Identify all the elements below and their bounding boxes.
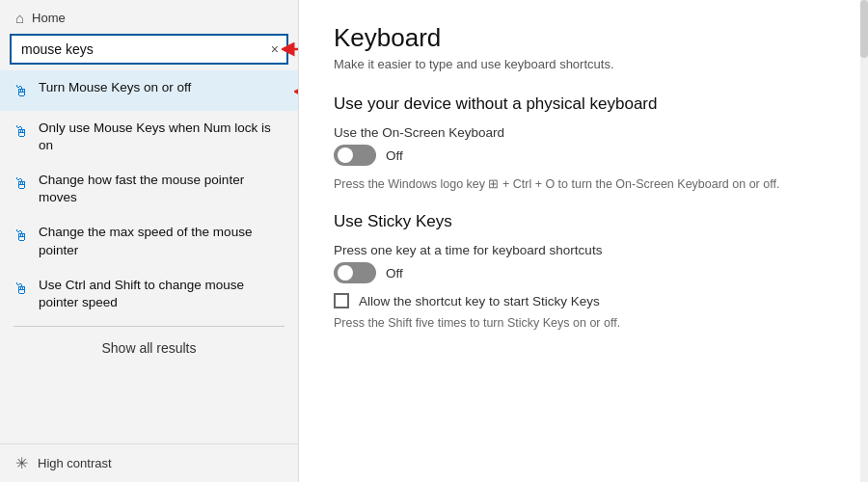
mouse-keys-icon-3: 🖱 (14, 174, 29, 195)
sticky-keys-checkbox-label: Allow the shortcut key to start Sticky K… (359, 294, 600, 308)
result-text-4: Change the max speed of the mouse pointe… (39, 224, 285, 258)
search-clear-button[interactable]: × (267, 41, 283, 57)
sticky-toggle-thumb (338, 265, 353, 281)
sticky-keys-toggle[interactable] (334, 262, 376, 283)
search-wrapper: × 1 (10, 34, 288, 65)
result-text-3: Change how fast the mouse pointer moves (39, 172, 285, 206)
sidebar-footer-label: High contrast (38, 456, 112, 470)
result-item-turn-mouse-keys[interactable]: 🖱 Turn Mouse Keys on or off 2 (0, 70, 298, 111)
result-text-1: Turn Mouse Keys on or off (39, 79, 285, 96)
result-item-ctrl-shift[interactable]: 🖱 Use Ctrl and Shift to change mouse poi… (0, 268, 298, 320)
result-list: 🖱 Turn Mouse Keys on or off 2 🖱 Only use… (0, 70, 298, 443)
sticky-keys-hint: Press the Shift five times to turn Stick… (334, 314, 833, 332)
home-icon: ⌂ (15, 10, 24, 26)
sidebar-home-label: Home (32, 11, 66, 25)
sidebar: ⌂ Home × 1 🖱 Turn Mouse Keys on o (0, 0, 299, 482)
on-screen-keyboard-toggle-row: Off (334, 145, 833, 166)
mouse-keys-icon-1: 🖱 (14, 81, 29, 102)
on-screen-keyboard-toggle-label: Off (386, 148, 403, 163)
sticky-keys-section: Use Sticky Keys Press one key at a time … (334, 212, 833, 332)
arrow-2-svg (294, 78, 298, 105)
on-screen-keyboard-label: Use the On-Screen Keyboard (334, 125, 833, 140)
result-item-change-fast[interactable]: 🖱 Change how fast the mouse pointer move… (0, 163, 298, 215)
sticky-keys-toggle-state: Off (386, 266, 403, 281)
toggle-thumb (338, 147, 353, 163)
result-item-change-max[interactable]: 🖱 Change the max speed of the mouse poin… (0, 215, 298, 267)
result-text-5: Use Ctrl and Shift to change mouse point… (39, 277, 285, 311)
on-screen-keyboard-hint: Press the Windows logo key ⊞ + Ctrl + O … (334, 175, 833, 193)
mouse-keys-icon-4: 🖱 (14, 226, 29, 247)
sticky-keys-checkbox-row: Allow the shortcut key to start Sticky K… (334, 293, 833, 308)
section-title-sticky-keys: Use Sticky Keys (334, 212, 833, 231)
on-screen-keyboard-setting: Use the On-Screen Keyboard Off Press the… (334, 125, 833, 193)
page-title: Keyboard (334, 23, 833, 53)
section-title-no-keyboard: Use your device without a physical keybo… (334, 94, 833, 114)
scrollbar-thumb[interactable] (860, 0, 868, 58)
mouse-keys-icon-2: 🖱 (14, 121, 29, 143)
page-subtitle: Make it easier to type and use keyboard … (334, 57, 833, 71)
result-text-2: Only use Mouse Keys when Num lock is on (39, 120, 285, 154)
contrast-icon: ✳ (15, 454, 28, 472)
search-bar: × (10, 34, 288, 65)
sticky-keys-checkbox[interactable] (334, 293, 349, 308)
sticky-keys-toggle-row: Off (334, 262, 833, 283)
sticky-keys-toggle-label: Press one key at a time for keyboard sho… (334, 243, 833, 257)
scrollbar-track (860, 0, 868, 482)
on-screen-keyboard-toggle[interactable] (334, 145, 376, 166)
sidebar-home[interactable]: ⌂ Home (0, 0, 298, 34)
sidebar-footer-high-contrast[interactable]: ✳ High contrast (0, 443, 298, 482)
main-content: Keyboard Make it easier to type and use … (299, 0, 868, 482)
mouse-keys-icon-5: 🖱 (14, 279, 29, 300)
search-input[interactable] (10, 34, 288, 65)
show-all-results[interactable]: Show all results (0, 333, 298, 365)
results-divider (14, 326, 285, 327)
annotation-arrow-2: 2 (294, 78, 298, 105)
result-item-only-use[interactable]: 🖱 Only use Mouse Keys when Num lock is o… (0, 111, 298, 163)
sticky-keys-setting: Press one key at a time for keyboard sho… (334, 243, 833, 283)
